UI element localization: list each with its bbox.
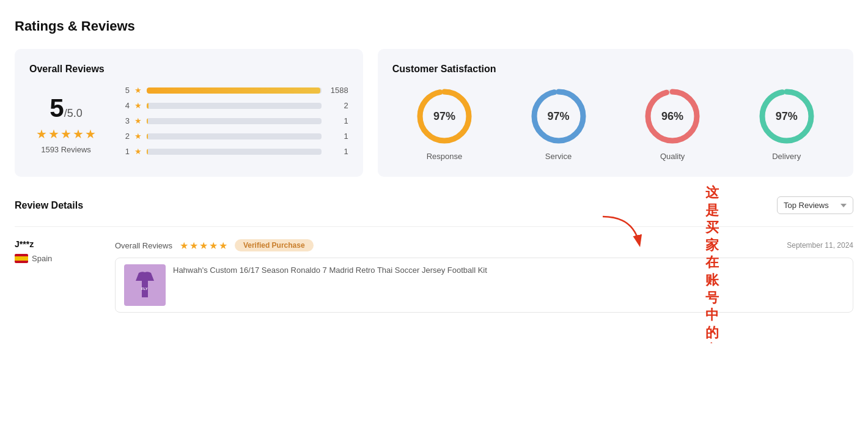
circle-item-delivery: 97% Delivery xyxy=(756,86,817,161)
product-thumb: FLY Hahwah's Custom 16/17 Season Ronaldo… xyxy=(115,258,853,313)
product-name: Hahwah's Custom 16/17 Season Ronaldo 7 M… xyxy=(173,264,487,277)
bar-row-4: 4 ★ 2 xyxy=(122,101,348,110)
reviews-list: J***z Spain Overall Reviews ★★★★★ Verifi… xyxy=(15,226,853,325)
product-image: FLY xyxy=(124,264,166,306)
svg-text:FLY: FLY xyxy=(141,287,148,291)
review-date: September 11, 2024 xyxy=(787,241,853,250)
review-star: ★ xyxy=(199,240,208,251)
circle-item-service: 97% Service xyxy=(528,86,589,161)
reviewer-name: J***z xyxy=(15,239,100,249)
bar-row-3: 3 ★ 1 xyxy=(122,116,348,125)
star-5: ★ xyxy=(85,127,96,141)
circle-wrap: 97% xyxy=(756,86,817,147)
score-number: 5 xyxy=(50,94,64,122)
circle-label: Delivery xyxy=(756,152,817,161)
bar-row-5: 5 ★ 1588 xyxy=(122,86,348,95)
bar-star-icon: ★ xyxy=(134,101,142,110)
star-2: ★ xyxy=(48,127,59,141)
bar-label: 3 xyxy=(122,116,130,125)
country-name: Spain xyxy=(32,254,52,263)
circle-item-quality: 96% Quality xyxy=(642,86,703,161)
bar-star-icon: ★ xyxy=(134,132,142,141)
bar-track xyxy=(147,118,322,124)
bar-fill xyxy=(147,118,148,124)
star-1: ★ xyxy=(36,127,47,141)
review-details-section: Review Details 这是买家在账号中的交易订单入口提交的评价 Top … xyxy=(15,196,853,325)
circle-label: Response xyxy=(414,152,475,161)
circle-pct: 96% xyxy=(661,110,683,123)
review-star: ★ xyxy=(219,240,227,251)
circle-wrap: 97% xyxy=(528,86,589,147)
star-3: ★ xyxy=(61,127,72,141)
bar-count: 1 xyxy=(326,116,348,125)
bar-fill xyxy=(147,87,320,94)
score-stars: ★ ★ ★ ★ ★ xyxy=(29,127,103,141)
review-item: J***z Spain Overall Reviews ★★★★★ Verifi… xyxy=(15,226,853,325)
score-denom: /5.0 xyxy=(64,107,83,119)
bar-label: 5 xyxy=(122,86,130,95)
bar-fill xyxy=(147,103,149,109)
bar-count: 2 xyxy=(326,101,348,110)
bar-fill xyxy=(147,133,148,139)
circle-label: Quality xyxy=(642,152,703,161)
circle-wrap: 97% xyxy=(414,86,475,147)
score-display: 5/5.0 xyxy=(29,94,103,123)
circle-pct: 97% xyxy=(548,110,570,123)
review-details-header: Review Details 这是买家在账号中的交易订单入口提交的评价 Top … xyxy=(15,196,853,214)
review-content: Overall Reviews ★★★★★ Verified Purchase … xyxy=(115,239,853,313)
bar-count: 1 xyxy=(326,147,348,156)
bar-fill xyxy=(147,149,148,155)
top-reviews-select[interactable]: Top ReviewsMost RecentHighest RatedLowes… xyxy=(777,196,853,214)
review-stars: ★★★★★ xyxy=(180,240,227,251)
review-star: ★ xyxy=(189,240,198,251)
circle-label: Service xyxy=(528,152,589,161)
overall-reviews-label: Overall Reviews xyxy=(29,64,348,75)
bar-label: 1 xyxy=(122,147,130,156)
satisfaction-circles: 97% Response 97% Service 96% Quality xyxy=(392,86,839,161)
reviewer-country: Spain xyxy=(15,254,100,263)
score-block: 5/5.0 ★ ★ ★ ★ ★ 1593 Reviews xyxy=(29,94,103,154)
bar-label: 2 xyxy=(122,132,130,141)
review-details-title: Review Details xyxy=(15,200,83,211)
circle-pct: 97% xyxy=(433,110,455,123)
star-4: ★ xyxy=(73,127,84,141)
bar-row-1: 1 ★ 1 xyxy=(122,147,348,156)
bar-count: 1 xyxy=(326,132,348,141)
review-meta: Overall Reviews ★★★★★ Verified Purchase … xyxy=(115,239,853,251)
bar-row-2: 2 ★ 1 xyxy=(122,132,348,141)
bar-star-icon: ★ xyxy=(134,86,142,95)
bar-track xyxy=(147,149,322,155)
bar-count: 1588 xyxy=(326,86,348,95)
circle-wrap: 96% xyxy=(642,86,703,147)
circle-item-response: 97% Response xyxy=(414,86,475,161)
page-title: Ratings & Reviews xyxy=(15,18,853,34)
jersey-icon: FLY xyxy=(133,270,157,300)
review-star: ★ xyxy=(180,240,188,251)
reviewer-info: J***z Spain xyxy=(15,239,100,313)
satisfaction-label: Customer Satisfaction xyxy=(392,64,839,75)
bar-label: 4 xyxy=(122,101,130,110)
overall-reviews-card: Overall Reviews 5/5.0 ★ ★ ★ ★ ★ 1593 Rev… xyxy=(15,49,363,177)
reviews-count: 1593 Reviews xyxy=(29,145,103,154)
verified-badge: Verified Purchase xyxy=(235,239,314,251)
bar-track xyxy=(147,87,322,94)
spain-flag xyxy=(15,254,28,263)
circle-pct: 97% xyxy=(776,110,798,123)
bar-track xyxy=(147,133,322,139)
bar-track xyxy=(147,103,322,109)
review-type: Overall Reviews xyxy=(115,241,172,250)
bar-star-icon: ★ xyxy=(134,116,142,125)
bar-star-icon: ★ xyxy=(134,147,142,156)
customer-satisfaction-card: Customer Satisfaction 97% Response 97% S… xyxy=(378,49,853,177)
rating-bars: 5 ★ 1588 4 ★ 2 3 ★ 1 2 ★ 1 xyxy=(122,86,348,162)
review-star: ★ xyxy=(209,240,218,251)
